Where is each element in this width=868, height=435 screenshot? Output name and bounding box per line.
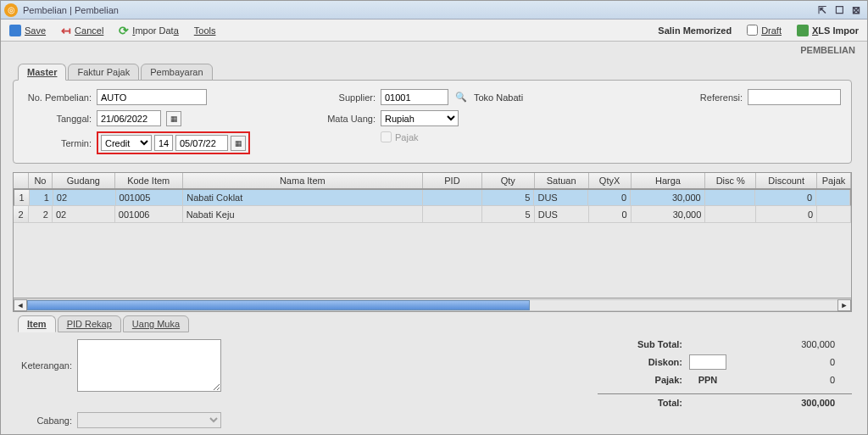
- col-kode-item[interactable]: Kode Item: [115, 173, 183, 188]
- termin-days-input[interactable]: [154, 135, 173, 151]
- cabang-label: Cabang:: [13, 415, 72, 426]
- termin-label: Termin:: [24, 138, 92, 148]
- col-no[interactable]: No: [29, 173, 53, 188]
- maximize-button[interactable]: ☐: [832, 3, 847, 17]
- window-title: Pembelian | Pembelian: [23, 5, 815, 15]
- refresh-icon: ⟳: [119, 24, 129, 37]
- master-panel: No. Pembelian: Tanggal: ▦ Termin: Credit: [13, 80, 852, 164]
- mata-uang-select[interactable]: Rupiah: [381, 110, 459, 126]
- tab-master[interactable]: Master: [18, 64, 66, 81]
- table-row[interactable]: 2202001006Nabati Keju5DUS030,0000: [14, 206, 851, 223]
- grid-row-header-col: [14, 173, 29, 188]
- main-tabs: Master Faktur Pajak Pembayaran: [13, 64, 855, 81]
- save-button[interactable]: Save: [6, 23, 49, 38]
- toolbar: Save ↤Cancel ⟳Impor Data Tools Salin Mem…: [1, 20, 867, 42]
- impor-data-button[interactable]: ⟳Impor Data: [115, 22, 181, 39]
- tools-menu[interactable]: Tools: [191, 24, 220, 37]
- save-icon: [9, 25, 21, 36]
- referensi-label: Referensi:: [692, 92, 743, 103]
- restore-button[interactable]: ⇱: [815, 3, 830, 17]
- pajak-value: 0: [733, 375, 835, 385]
- col-discount[interactable]: Discount: [756, 173, 817, 188]
- col-pajak[interactable]: Pajak: [817, 173, 851, 188]
- col-disc-pct[interactable]: Disc %: [705, 173, 756, 188]
- draft-checkbox[interactable]: Draft: [743, 23, 785, 37]
- termin-calendar-icon[interactable]: ▦: [231, 136, 246, 151]
- supplier-name-text: Toko Nabati: [474, 92, 523, 103]
- table-row[interactable]: 1102001005Nabati Coklat5DUS030,0000: [14, 189, 851, 206]
- diskon-value: 0: [733, 357, 835, 367]
- col-nama-item[interactable]: Nama Item: [183, 173, 423, 188]
- tanggal-label: Tanggal:: [24, 114, 92, 124]
- app-icon: ◎: [4, 3, 18, 17]
- supplier-label: Supplier:: [318, 92, 376, 103]
- cancel-button[interactable]: ↤Cancel: [58, 22, 107, 39]
- tab-pembayaran[interactable]: Pembayaran: [141, 64, 212, 81]
- xls-icon: [797, 25, 809, 36]
- pajak-sum-label: Pajak:: [598, 375, 682, 385]
- keterangan-input[interactable]: [77, 339, 221, 392]
- diskon-input[interactable]: [689, 354, 726, 370]
- scroll-thumb[interactable]: [27, 300, 530, 310]
- titlebar: ◎ Pembelian | Pembelian ⇱ ☐ ⊠: [1, 1, 867, 20]
- scroll-left-arrow[interactable]: ◄: [14, 299, 27, 311]
- diskon-label: Diskon:: [598, 357, 682, 367]
- scroll-right-arrow[interactable]: ►: [837, 299, 851, 311]
- items-grid: No Gudang Kode Item Nama Item PID Qty Sa…: [13, 172, 852, 312]
- termin-highlight: Credit ▦: [97, 131, 250, 154]
- pajak-checkbox: Pajak: [381, 131, 419, 142]
- tab-uang-muka[interactable]: Uang Muka: [123, 315, 189, 332]
- col-pid[interactable]: PID: [423, 173, 482, 188]
- tab-faktur-pajak[interactable]: Faktur Pajak: [68, 64, 139, 81]
- termin-type-select[interactable]: Credit: [101, 135, 152, 151]
- page-label: PEMBELIAN: [1, 42, 867, 57]
- referensi-input[interactable]: [748, 89, 841, 105]
- supplier-code-input[interactable]: [381, 89, 448, 105]
- tanggal-input[interactable]: [97, 110, 161, 126]
- col-gudang[interactable]: Gudang: [53, 173, 115, 188]
- sub-total-label: Sub Total:: [598, 339, 682, 349]
- calendar-icon[interactable]: ▦: [166, 111, 181, 126]
- cancel-icon: ↤: [61, 24, 71, 37]
- col-harga[interactable]: Harga: [632, 173, 706, 188]
- cabang-select: [77, 412, 221, 428]
- mata-uang-label: Mata Uang:: [318, 114, 376, 124]
- no-pembelian-input[interactable]: [97, 89, 207, 105]
- col-qtyx[interactable]: QtyX: [589, 173, 632, 188]
- tab-item[interactable]: Item: [18, 315, 56, 332]
- pajak-name: PPN: [689, 375, 726, 385]
- keterangan-label: Keterangan:: [13, 360, 72, 371]
- col-satuan[interactable]: Satuan: [535, 173, 589, 188]
- xls-impor-button[interactable]: XLS Impor: [793, 23, 862, 38]
- pembelian-window: ◎ Pembelian | Pembelian ⇱ ☐ ⊠ Save ↤Canc…: [0, 0, 868, 435]
- salin-memorized-button[interactable]: Salin Memorized: [654, 24, 735, 37]
- termin-date-input[interactable]: [175, 135, 228, 151]
- total-value: 300,000: [733, 398, 835, 408]
- no-pembelian-label: No. Pembelian:: [24, 92, 92, 103]
- horizontal-scrollbar[interactable]: ◄ ►: [14, 298, 851, 311]
- total-label: Total:: [598, 398, 682, 408]
- supplier-lookup-icon[interactable]: 🔍: [453, 90, 469, 105]
- close-button[interactable]: ⊠: [849, 3, 864, 17]
- col-qty[interactable]: Qty: [482, 173, 535, 188]
- tab-pid-rekap[interactable]: PID Rekap: [58, 315, 121, 332]
- sub-total-value: 300,000: [733, 339, 835, 349]
